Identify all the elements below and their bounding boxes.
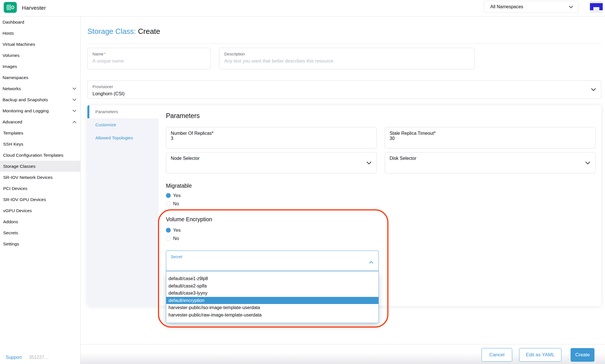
required-asterisk: * [434,131,436,136]
cancel-button[interactable]: Cancel [481,348,512,362]
radio-unselected-icon [166,236,171,241]
sidebar-item-label: vGPU Devices [3,208,32,213]
parameters-row-2: Node Selector Disk Selector [166,152,596,173]
secret-option[interactable]: default/case3-lyyny [166,289,378,297]
chevron-down-icon [569,6,573,8]
number-of-replicas-label: Number Of Replicas* [171,131,372,136]
stale-replica-timeout-value: 30 [390,136,591,141]
required-asterisk: * [104,52,106,56]
sidebar-item-secrets[interactable]: Secrets [0,227,80,238]
provisioner-label: Provisioner [92,84,596,89]
page-title-resource: Storage Class: [87,27,136,36]
sidebar-item-templates[interactable]: Templates [0,127,80,138]
name-label: Name* [92,52,205,56]
page-title: Storage Class: Create [87,27,160,36]
sidebar-item-label: PCI Devices [3,186,27,191]
sidebar-item-ssh-keys[interactable]: SSH Keys [0,138,80,150]
sidebar-item-advanced[interactable]: Advanced [0,116,80,127]
secret-option[interactable]: default/case1-z9lp8 [166,275,378,282]
sidebar-item-label: Namespaces [3,75,28,80]
radio-selected-icon [166,193,171,198]
tab-customize[interactable]: Customize [87,118,159,131]
chevron-down-icon [73,99,76,101]
sidebar-item-addons[interactable]: Addons [0,216,80,227]
sidebar-footer: Support 351227… [0,355,81,360]
sidebar-item-sriov-gpu-devices[interactable]: SR-IOV GPU Devices [0,194,80,205]
sidebar-item-virtual-machines[interactable]: Virtual Machines [0,39,80,50]
sidebar-item-label: Storage Classes [3,164,36,169]
sidebar-item-monitoring-and-logging[interactable]: Monitoring and Logging [0,105,80,116]
edit-as-yaml-button[interactable]: Edit as YAML [519,348,561,362]
secret-select[interactable]: Secret [166,251,379,271]
sidebar-item-namespaces[interactable]: Namespaces [0,72,80,83]
secret-option[interactable]: harvester-public/iso-image-template-user… [166,304,378,311]
sidebar-item-sriov-network-devices[interactable]: SR-IOV Network Devices [0,172,80,183]
tab-allowed-topologies[interactable]: Allowed Topologies [87,131,159,144]
name-placeholder: A unique name [92,58,205,64]
footer-gradient [0,353,605,364]
node-selector-select[interactable]: Node Selector [166,152,377,173]
description-label: Description [224,52,470,56]
secret-option[interactable]: default/case2-splfa [166,282,378,290]
number-of-replicas-field[interactable]: Number Of Replicas* 3 [166,127,377,148]
chevron-down-icon [585,162,590,164]
chevron-down-icon [73,110,76,112]
app-title: Harvester [22,5,46,11]
sidebar-item-label: Hosts [3,31,14,36]
sidebar-item-volumes[interactable]: Volumes [0,50,80,61]
sidebar-item-label: Dashboard [3,20,24,25]
provisioner-select[interactable]: Provisioner Longhorn (CSI) [87,80,601,99]
sidebar-item-label: Advanced [3,119,22,125]
tab-parameters[interactable]: Parameters [87,105,159,118]
radio-label: No [173,201,179,206]
namespace-selector[interactable]: All Namespaces [484,1,579,13]
volume-encryption-radio-no[interactable]: No [166,236,179,241]
tab-label: Customize [95,122,116,127]
sidebar-item-label: Backup and Snapshots [3,97,48,102]
create-button[interactable]: Create [571,348,594,362]
radio-label: No [173,236,179,241]
migratable-radio-no[interactable]: No [166,201,179,206]
name-field[interactable]: Name* A unique name [87,48,211,69]
chevron-down-icon [367,162,371,164]
support-link[interactable]: Support [6,355,22,360]
sidebar-item-label: Addons [3,219,18,224]
sidebar-item-cloud-configuration-templates[interactable]: Cloud Configuration Templates [0,150,80,161]
stale-replica-timeout-label: Stale Replica Timeout* [390,131,591,136]
sidebar-item-label: Images [3,64,17,69]
user-avatar[interactable] [590,1,603,13]
sidebar-item-label: SR-IOV GPU Devices [3,197,46,202]
sidebar-item-backup-and-snapshots[interactable]: Backup and Snapshots [0,94,80,105]
stale-replica-timeout-field[interactable]: Stale Replica Timeout* 30 [385,127,596,148]
sidebar-item-label: Secrets [3,230,18,235]
sidebar-item-label: Templates [3,131,23,136]
node-selector-label: Node Selector [171,156,372,161]
sidebar-item-settings[interactable]: Settings [0,238,80,249]
migratable-radio-yes[interactable]: Yes [166,193,181,198]
namespace-selector-value: All Namespaces [490,4,569,9]
disk-selector-label: Disk Selector [390,156,591,161]
sidebar-item-vgpu-devices[interactable]: vGPU Devices [0,205,80,216]
tab-label: Allowed Topologies [95,135,133,140]
description-field[interactable]: Description Any text you want that bette… [219,48,475,69]
harvester-logo-icon[interactable] [4,2,17,13]
sidebar-item-hosts[interactable]: Hosts [0,28,80,39]
chevron-down-icon [591,88,596,91]
top-header: Harvester All Namespaces [0,0,605,16]
sidebar-item-dashboard[interactable]: Dashboard [0,16,80,28]
sidebar-item-storage-classes[interactable]: Storage Classes [0,161,80,172]
sidebar-item-pci-devices[interactable]: PCI Devices [0,183,80,194]
volume-encryption-radio-yes[interactable]: Yes [166,228,181,233]
sidebar-item-label: Volumes [3,53,19,58]
secret-label: Secret [171,255,182,259]
chevron-up-icon [73,121,76,123]
parameters-heading: Parameters [166,112,200,120]
parameters-row-1: Number Of Replicas* 3 Stale Replica Time… [166,127,596,148]
tab-label: Parameters [95,109,118,114]
description-placeholder: Any text you want that better describes … [224,58,470,64]
secret-option-highlighted[interactable]: default/encryption [166,297,378,304]
sidebar-item-networks[interactable]: Networks [0,83,80,94]
disk-selector-select[interactable]: Disk Selector [385,152,596,173]
secret-option[interactable]: harvester-public/raw-image-template-user… [166,311,378,319]
sidebar-item-images[interactable]: Images [0,61,80,72]
